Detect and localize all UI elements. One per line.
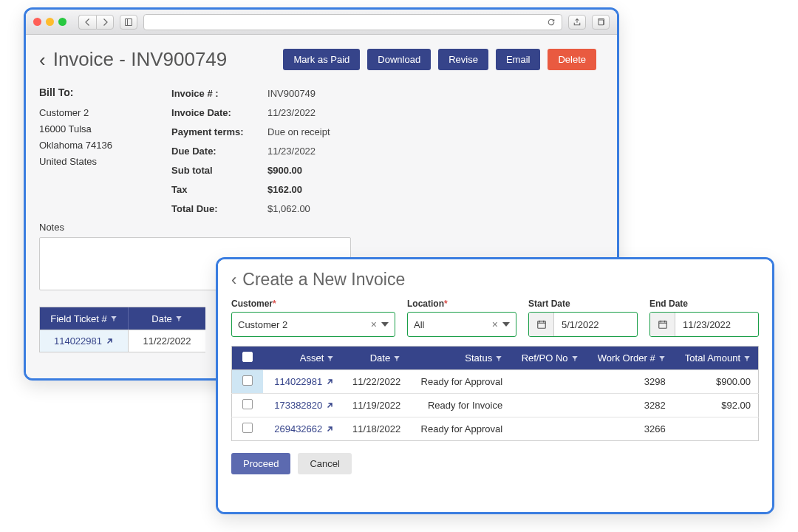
row-checkbox[interactable] bbox=[242, 399, 253, 409]
svg-rect-3 bbox=[537, 321, 545, 329]
cell-refpo bbox=[510, 370, 585, 394]
clear-icon[interactable]: × bbox=[492, 318, 498, 330]
col-field-ticket[interactable]: Field Ticket # bbox=[40, 307, 129, 330]
calendar-icon bbox=[650, 313, 675, 336]
back-button[interactable]: ‹ bbox=[39, 50, 46, 69]
due-date-label: Due Date: bbox=[171, 142, 267, 161]
col-date[interactable]: Date bbox=[341, 347, 408, 370]
end-date-label: End Date bbox=[649, 299, 759, 309]
table-row[interactable]: 114022981 11/22/2022Ready for Approval32… bbox=[232, 370, 759, 394]
download-button[interactable]: Download bbox=[367, 49, 431, 70]
field-ticket-table: Field Ticket # Date 114022981 11/22/2022 bbox=[39, 307, 205, 352]
tax-value: $162.00 bbox=[267, 184, 302, 195]
mark-as-paid-button[interactable]: Mark as Paid bbox=[283, 49, 360, 70]
table-row[interactable]: 269432662 11/18/2022Ready for Approval32… bbox=[232, 417, 759, 441]
filter-icon bbox=[393, 355, 400, 362]
create-invoice-window: ‹ Create a New Invoice Customer* Custome… bbox=[216, 257, 774, 514]
asset-link[interactable]: 269432662 bbox=[274, 423, 334, 434]
cell-work-order: 3266 bbox=[586, 417, 673, 441]
revise-button[interactable]: Revise bbox=[438, 49, 488, 70]
row-checkbox[interactable] bbox=[242, 423, 253, 433]
cell-date: 11/19/2022 bbox=[341, 394, 408, 417]
location-select[interactable]: All × bbox=[407, 312, 516, 337]
cell-refpo bbox=[510, 417, 585, 441]
subtotal-label: Sub total bbox=[171, 161, 267, 180]
email-button[interactable]: Email bbox=[496, 49, 541, 70]
bill-to-street: 16000 Tulsa bbox=[39, 121, 112, 137]
external-link-icon bbox=[325, 378, 334, 386]
row-checkbox[interactable] bbox=[242, 375, 253, 386]
bill-to-label: Bill To: bbox=[39, 84, 112, 102]
chevron-down-icon bbox=[502, 322, 510, 327]
bill-to-city: Oklahoma 74136 bbox=[39, 137, 112, 154]
col-date[interactable]: Date bbox=[129, 307, 205, 330]
location-label: Location bbox=[407, 299, 444, 309]
invoice-no-value: INV900749 bbox=[267, 88, 316, 99]
nav-forward-button[interactable] bbox=[96, 15, 114, 30]
col-refpo[interactable]: Ref/PO No bbox=[510, 347, 585, 370]
filter-icon bbox=[175, 315, 183, 322]
payment-terms-label: Payment terms: bbox=[171, 123, 267, 142]
sidebar-toggle-button[interactable] bbox=[120, 15, 137, 30]
cell-total bbox=[673, 417, 759, 441]
svg-rect-0 bbox=[126, 18, 132, 25]
cell-total: $92.00 bbox=[673, 394, 759, 417]
cell-status: Ready for Approval bbox=[408, 370, 510, 394]
subtotal-value: $900.00 bbox=[267, 165, 302, 176]
filter-icon bbox=[571, 355, 579, 362]
share-button[interactable] bbox=[568, 15, 586, 30]
close-window-icon[interactable] bbox=[33, 18, 41, 26]
asset-link[interactable]: 173382820 bbox=[274, 400, 334, 411]
cell-status: Ready for Invoice bbox=[408, 394, 510, 417]
back-button[interactable]: ‹ bbox=[231, 272, 236, 288]
ticket-date: 11/22/2022 bbox=[143, 335, 191, 347]
traffic-lights bbox=[33, 18, 66, 26]
filter-icon bbox=[495, 355, 502, 362]
customer-select[interactable]: Customer 2 × bbox=[231, 312, 395, 337]
filter-icon bbox=[658, 355, 666, 362]
col-asset[interactable]: Asset bbox=[263, 347, 342, 370]
maximize-window-icon[interactable] bbox=[58, 18, 66, 26]
url-bar[interactable] bbox=[143, 14, 562, 30]
nav-back-forward bbox=[78, 15, 114, 30]
col-select-all[interactable] bbox=[232, 347, 263, 370]
cell-total: $900.00 bbox=[673, 370, 759, 394]
notes-label: Notes bbox=[39, 222, 596, 233]
clear-icon[interactable]: × bbox=[371, 318, 377, 330]
proceed-button[interactable]: Proceed bbox=[231, 453, 290, 474]
start-date-input[interactable]: 5/1/2022 bbox=[528, 312, 638, 337]
calendar-icon bbox=[529, 313, 554, 336]
tax-label: Tax bbox=[171, 180, 267, 200]
table-row[interactable]: 173382820 11/19/2022Ready for Invoice328… bbox=[232, 394, 759, 417]
svg-rect-2 bbox=[598, 20, 604, 25]
due-date-value: 11/23/2022 bbox=[267, 146, 316, 157]
filter-icon bbox=[110, 315, 117, 322]
minimize-window-icon[interactable] bbox=[46, 18, 54, 26]
col-status[interactable]: Status bbox=[408, 347, 510, 370]
tabs-button[interactable] bbox=[592, 15, 610, 30]
col-total[interactable]: Total Amount bbox=[673, 347, 759, 370]
invoice-date-value: 11/23/2022 bbox=[267, 107, 316, 118]
browser-titlebar bbox=[26, 10, 617, 35]
filter-icon bbox=[327, 355, 334, 362]
external-link-icon bbox=[325, 425, 334, 434]
table-row[interactable]: 114022981 11/22/2022 bbox=[40, 330, 205, 352]
bill-to-country: United States bbox=[39, 154, 112, 170]
external-link-icon bbox=[325, 401, 334, 410]
cell-refpo bbox=[510, 394, 585, 417]
cancel-button[interactable]: Cancel bbox=[298, 453, 351, 474]
asset-link[interactable]: 114022981 bbox=[274, 376, 334, 387]
external-link-icon bbox=[105, 337, 114, 346]
ticket-link[interactable]: 114022981 bbox=[54, 335, 102, 347]
cell-work-order: 3282 bbox=[586, 394, 673, 417]
cell-date: 11/22/2022 bbox=[341, 370, 408, 394]
col-work-order[interactable]: Work Order # bbox=[586, 347, 673, 370]
svg-rect-7 bbox=[658, 321, 666, 329]
end-date-input[interactable]: 11/23/2022 bbox=[649, 312, 759, 337]
filter-icon bbox=[743, 355, 751, 362]
delete-button[interactable]: Delete bbox=[548, 49, 596, 70]
end-date-value: 11/23/2022 bbox=[675, 313, 758, 336]
page-title: Invoice - INV900749 bbox=[53, 48, 276, 71]
start-date-value: 5/1/2022 bbox=[554, 313, 637, 336]
nav-back-button[interactable] bbox=[78, 15, 96, 30]
